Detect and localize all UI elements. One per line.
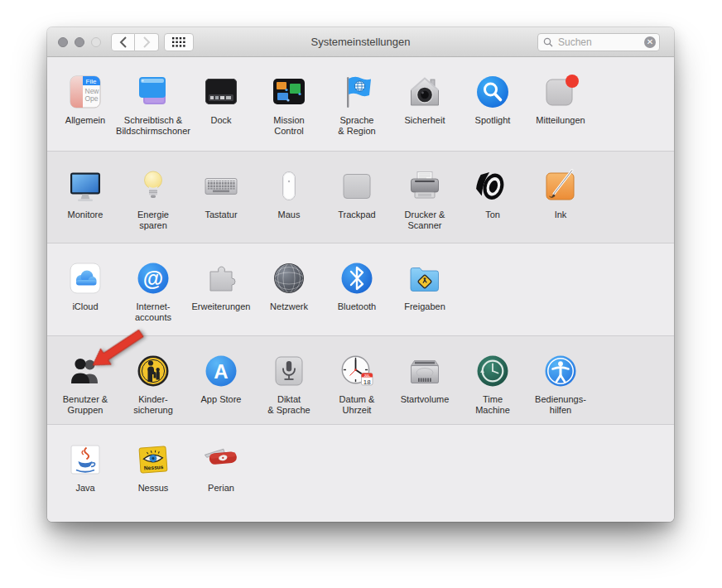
titlebar[interactable]: Systemeinstellungen ✕: [47, 27, 674, 57]
pref-netzwerk[interactable]: Netzwerk: [255, 259, 323, 335]
dock-icon: [202, 73, 240, 111]
pref-mission-control[interactable]: Mission Control: [255, 73, 323, 151]
search-input[interactable]: [556, 36, 644, 49]
microphone-icon: [270, 352, 308, 390]
pref-nessus[interactable]: Nessus Nessus: [119, 441, 187, 522]
prefs-row-2: Monitore Energie sparen Tastatur Maus Tr…: [47, 151, 674, 243]
pref-spotlight[interactable]: Spotlight: [459, 73, 527, 151]
clock-calendar-icon: JUL18: [338, 352, 376, 390]
ink-icon: [542, 167, 580, 205]
parental-controls-icon: [134, 352, 172, 390]
pref-monitore[interactable]: Monitore: [51, 167, 119, 243]
icloud-icon: [66, 259, 104, 297]
pref-datum-uhrzeit[interactable]: JUL18 Datum & Uhrzeit: [323, 352, 391, 424]
keyboard-icon: [202, 167, 240, 205]
svg-text:New: New: [85, 87, 100, 95]
notifications-icon: [542, 73, 580, 111]
pref-bedienungshilfen[interactable]: Bedienungs- hilfen: [527, 352, 594, 424]
pref-maus[interactable]: Maus: [255, 167, 323, 243]
mouse-icon: [270, 167, 308, 205]
pref-allgemein[interactable]: File New Ope Allgemein: [51, 73, 119, 151]
pref-sicherheit[interactable]: Sicherheit: [391, 73, 459, 151]
bluetooth-icon: [338, 259, 376, 297]
pref-freigaben[interactable]: Freigaben: [391, 259, 459, 335]
globe-icon: [270, 259, 308, 297]
pref-java[interactable]: Java: [51, 441, 119, 522]
users-groups-icon: [66, 352, 104, 390]
displays-icon: [66, 167, 104, 205]
trackpad-icon: [338, 167, 376, 205]
pref-mitteilungen[interactable]: Mitteilungen: [527, 73, 594, 151]
svg-text:18: 18: [363, 378, 371, 386]
prefs-row-1: File New Ope Allgemein Schreibtisch & Bi…: [47, 57, 674, 151]
energy-saver-icon: [134, 167, 172, 205]
accessibility-icon: [542, 352, 580, 390]
notification-badge: [566, 75, 579, 88]
svg-text:File: File: [86, 78, 97, 85]
pref-icloud[interactable]: iCloud: [51, 259, 119, 335]
svg-text:JUL: JUL: [364, 374, 371, 378]
pref-label: Perian: [177, 483, 265, 494]
pref-trackpad[interactable]: Trackpad: [323, 167, 391, 243]
perian-icon: [202, 441, 240, 479]
prefs-row-4: Benutzer & Gruppen Kinder- sicherung A A…: [47, 335, 674, 424]
pref-ink[interactable]: Ink: [527, 167, 594, 243]
security-icon: [406, 73, 444, 111]
pref-perian[interactable]: Perian: [187, 441, 255, 522]
pref-tastatur[interactable]: Tastatur: [187, 167, 255, 243]
pref-internetaccounts[interactable]: @ Internet- accounts: [119, 259, 187, 335]
system-preferences-window: Systemeinstellungen ✕ File New Ope Allge…: [47, 27, 674, 522]
general-icon: File New Ope: [66, 73, 104, 111]
app-store-icon: A: [202, 352, 240, 390]
at-sign-icon: @: [134, 259, 172, 297]
pref-energie-sparen[interactable]: Energie sparen: [119, 167, 187, 243]
svg-text:@: @: [143, 267, 163, 290]
svg-text:Ope: Ope: [85, 94, 99, 103]
pref-sprache-region[interactable]: Sprache & Region: [323, 73, 391, 151]
sharing-folder-icon: [406, 259, 444, 297]
pref-kindersicherung[interactable]: Kinder- sicherung: [119, 352, 187, 424]
pref-label: Ink: [517, 210, 604, 220]
pref-label: Bedienungs- hilfen: [517, 394, 604, 416]
svg-text:A: A: [214, 360, 228, 383]
time-machine-icon: [474, 352, 512, 390]
language-region-icon: [338, 73, 376, 111]
desktop-screensaver-icon: [134, 73, 172, 111]
prefs-row-5: Java Nessus Nessus Perian: [47, 424, 674, 522]
pref-schreibtisch[interactable]: Schreibtisch & Bildschirmschoner: [119, 73, 187, 151]
pref-ton[interactable]: Ton: [459, 167, 527, 243]
speaker-icon: [474, 167, 512, 205]
nessus-icon: Nessus: [134, 441, 172, 479]
pref-drucker-scanner[interactable]: Drucker & Scanner: [391, 167, 459, 243]
pref-erweiterungen[interactable]: Erweiterungen: [187, 259, 255, 335]
printer-icon: [406, 167, 444, 205]
pref-dock[interactable]: Dock: [187, 73, 255, 151]
search-field[interactable]: ✕: [537, 33, 660, 51]
mission-control-icon: [270, 73, 308, 111]
clear-search-icon[interactable]: ✕: [644, 36, 656, 48]
hard-drive-icon: [406, 352, 444, 390]
java-icon: [66, 441, 104, 479]
search-icon: [543, 37, 553, 47]
spotlight-icon: [474, 73, 512, 111]
pref-label: Mitteilungen: [517, 115, 604, 126]
prefs-row-3: iCloud @ Internet- accounts Erweiterunge…: [47, 243, 674, 335]
pref-bluetooth[interactable]: Bluetooth: [323, 259, 391, 335]
puzzle-piece-icon: [202, 259, 240, 297]
pref-label: Freigaben: [381, 301, 469, 312]
